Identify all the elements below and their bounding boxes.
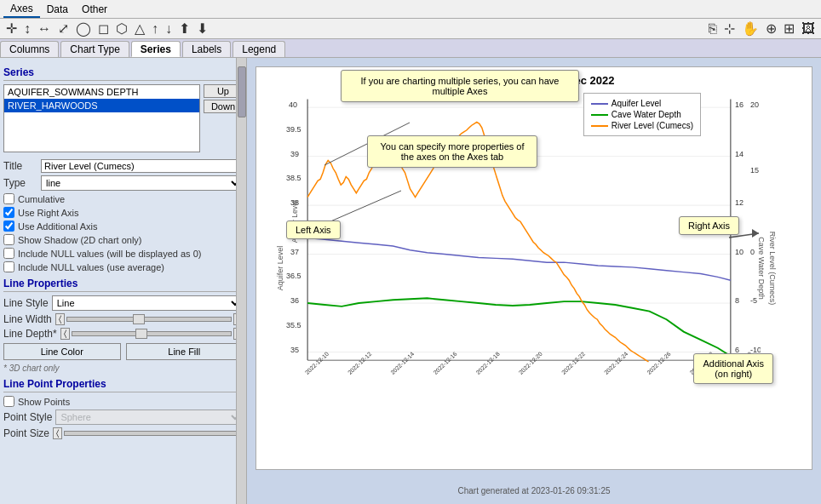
type-row: Type line bar area	[3, 175, 243, 191]
series-list-container: AQUIFER_SOWMANS DEPTH RIVER_HARWOODS Up …	[3, 84, 243, 156]
menu-other[interactable]: Other	[75, 2, 114, 17]
line-width-track[interactable]	[66, 317, 232, 322]
series-item-aquifer[interactable]: AQUIFER_SOWMANS DEPTH	[4, 85, 199, 99]
line-props-header: Line Properties	[3, 278, 243, 292]
line-depth-left-arrow[interactable]: 〈	[60, 328, 70, 340]
callout-axes-text: You can specify more properties of the a…	[381, 141, 525, 162]
tab-labels[interactable]: Labels	[182, 41, 231, 57]
line-style-select[interactable]: Line Dashed Dotted	[52, 295, 243, 311]
svg-text:39.5: 39.5	[286, 125, 301, 134]
line-color-button[interactable]: Line Color	[3, 343, 121, 360]
line-width-left-arrow[interactable]: 〈	[55, 313, 65, 325]
svg-text:38.5: 38.5	[286, 175, 301, 183]
legend-item-cave: Cave Water Depth	[591, 110, 693, 119]
left-panel-scroll[interactable]: Series AQUIFER_SOWMANS DEPTH RIVER_HARWO…	[0, 58, 246, 504]
point-size-left-arrow[interactable]: 〈	[53, 427, 62, 439]
svg-text:40: 40	[289, 100, 297, 109]
scroll-thumb[interactable]	[238, 66, 246, 117]
chart-footer: Chart generated at 2023-01-26 09:31:25	[247, 486, 821, 495]
line-width-label: Line Width	[3, 313, 52, 325]
line-depth-thumb[interactable]	[135, 329, 147, 339]
cumulative-row: Cumulative	[3, 193, 243, 204]
toolbar-icon-2[interactable]: ↕	[21, 20, 33, 37]
line-width-thumb[interactable]	[133, 314, 145, 324]
right-axis-row: Use Right Axis	[3, 207, 243, 218]
callout-multiple-axes-text: If you are charting multiple series, you…	[361, 76, 560, 96]
use-right-axis-checkbox[interactable]	[3, 207, 14, 218]
toolbar-icon-12[interactable]: ⬇	[194, 20, 210, 37]
series-item-river[interactable]: RIVER_HARWOODS	[4, 99, 199, 112]
series-section-header: Series	[3, 66, 243, 81]
callout-additional-axis: Additional Axis (on right)	[693, 353, 773, 384]
toolbar-icon-hand[interactable]: ✋	[739, 20, 761, 37]
null-zero-row: Include NULL values (will be displayed a…	[3, 248, 243, 259]
line-fill-button[interactable]: Line Fill	[126, 343, 244, 360]
toolbar-icon-6[interactable]: ◻	[95, 20, 112, 37]
toolbar-icon-copy[interactable]: ⎘	[706, 20, 720, 37]
scroll-indicator[interactable]	[236, 58, 246, 504]
callout-left-axis: Left Axis	[286, 220, 341, 239]
svg-text:16: 16	[735, 100, 743, 109]
line-style-row: Line Style Line Dashed Dotted	[3, 295, 243, 311]
svg-text:2022-12-12: 2022-12-12	[347, 351, 373, 375]
svg-text:10: 10	[735, 248, 743, 256]
toolbar-icon-5[interactable]: ◯	[73, 20, 94, 37]
point-size-label: Point Size	[3, 427, 49, 439]
line-depth-track[interactable]	[72, 331, 232, 336]
use-additional-axis-checkbox[interactable]	[3, 220, 14, 232]
null-zero-checkbox[interactable]	[3, 248, 14, 259]
point-style-row: Point Style Sphere	[3, 410, 243, 425]
toolbar-icon-7[interactable]: ⬡	[113, 20, 130, 37]
svg-text:20: 20	[750, 100, 759, 109]
svg-text:36: 36	[290, 296, 299, 305]
legend-line-aquifer	[591, 103, 608, 105]
tab-legend[interactable]: Legend	[233, 41, 285, 57]
toolbar-icon-img[interactable]: 🖼	[799, 20, 818, 37]
show-shadow-checkbox[interactable]	[3, 234, 14, 245]
left-panel: Series AQUIFER_SOWMANS DEPTH RIVER_HARWO…	[0, 58, 247, 504]
use-additional-axis-label: Use Additional Axis	[18, 221, 98, 232]
tab-chart-type[interactable]: Chart Type	[60, 41, 129, 57]
show-points-checkbox[interactable]	[3, 396, 14, 407]
legend-line-cave	[591, 114, 608, 116]
toolbar-icon-10[interactable]: ↓	[163, 20, 175, 37]
menu-data[interactable]: Data	[40, 2, 75, 17]
point-style-select[interactable]: Sphere	[55, 410, 243, 425]
cumulative-checkbox[interactable]	[3, 193, 14, 204]
series-list[interactable]: AQUIFER_SOWMANS DEPTH RIVER_HARWOODS	[3, 84, 200, 152]
toolbar-icon-8[interactable]: △	[132, 20, 147, 37]
point-size-row: Point Size 〈	[3, 427, 243, 439]
line-depth-row: Line Depth* 〈 〉	[3, 328, 243, 340]
callout-right-axis-text: Right Axis	[688, 220, 730, 231]
title-input[interactable]	[41, 159, 243, 173]
toolbar-icon-4[interactable]: ⤢	[55, 20, 72, 37]
null-avg-checkbox[interactable]	[3, 261, 14, 272]
svg-text:14: 14	[735, 150, 743, 158]
type-select[interactable]: line bar area	[41, 175, 243, 191]
point-size-track[interactable]	[64, 431, 243, 436]
toolbar-icon-9[interactable]: ↑	[149, 20, 161, 37]
chart-area: Water Level Analysis Dec 2022 Aquifer Le…	[255, 66, 812, 470]
menu-axes[interactable]: Axes	[3, 1, 40, 18]
tab-series[interactable]: Series	[131, 41, 181, 57]
line-depth-slider: 〈 〉	[60, 328, 243, 340]
3d-note: * 3D chart only	[3, 364, 243, 373]
toolbar-icon-zoom[interactable]: ⊕	[763, 20, 779, 37]
svg-text:35.5: 35.5	[286, 321, 301, 329]
toolbar-icon-fit[interactable]: ⊞	[781, 20, 797, 37]
toolbar-icon-cursor[interactable]: ⊹	[721, 20, 738, 37]
svg-text:2022-12-26: 2022-12-26	[646, 351, 672, 375]
svg-text:15: 15	[750, 166, 759, 175]
tab-columns[interactable]: Columns	[0, 41, 59, 57]
svg-text:-5: -5	[750, 296, 757, 305]
toolbar: ✛ ↕ ↔ ⤢ ◯ ◻ ⬡ △ ↑ ↓ ⬆ ⬇ ⎘ ⊹ ✋ ⊕ ⊞ 🖼	[0, 19, 821, 39]
point-style-label: Point Style	[3, 411, 52, 423]
callout-additional-text: Additional Axis (on right)	[703, 358, 764, 379]
svg-text:2022-12-24: 2022-12-24	[603, 351, 629, 375]
line-width-slider: 〈 〉	[55, 313, 243, 325]
legend-item-aquifer: Aquifer Level	[591, 99, 693, 108]
toolbar-icon-3[interactable]: ↔	[35, 20, 54, 37]
toolbar-icon-11[interactable]: ⬆	[176, 20, 192, 37]
right-axis-label-river: River Level (Cumecs)	[769, 232, 778, 306]
toolbar-icon-1[interactable]: ✛	[3, 20, 20, 37]
